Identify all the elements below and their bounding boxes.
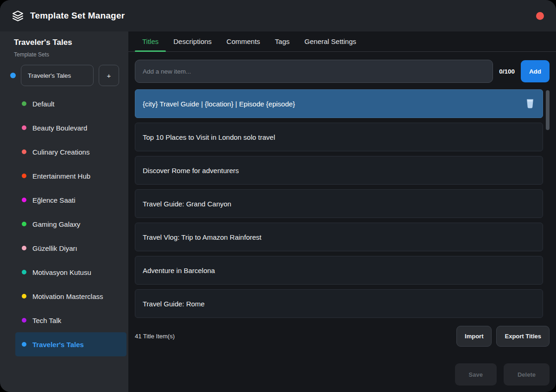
set-name-row: + <box>10 65 119 86</box>
title-item-text: Adventure in Barcelona <box>143 267 215 274</box>
sidebar: Traveler's Tales Template Sets + Default… <box>0 31 128 392</box>
sidebar-section-label: Template Sets <box>14 51 128 58</box>
set-color-dot <box>22 198 26 202</box>
list-footer: 41 Title Item(s) Import Export Titles <box>135 326 550 347</box>
add-item-row: 0/100 Add <box>135 60 550 83</box>
tab[interactable]: General Settings <box>297 31 364 51</box>
tab[interactable]: Descriptions <box>166 31 219 51</box>
app-header: Template Set Manager <box>0 0 556 31</box>
tab-label: General Settings <box>304 37 356 45</box>
char-counter: 0/100 <box>499 68 515 75</box>
set-color-dot <box>22 125 26 130</box>
layers-icon <box>12 10 24 22</box>
main-panel: Titles Descriptions Comments Tags <box>128 31 556 392</box>
title-item-text: Travel Guide: Rome <box>143 300 205 308</box>
set-item-label: Tech Talk <box>32 317 61 324</box>
template-set-list: Default Beauty Boulevard Culinary Creati… <box>0 92 128 356</box>
title-item-text: Travel Vlog: Trip to Amazon Rainforest <box>143 233 261 241</box>
title-item[interactable]: Adventure in Barcelona <box>135 256 543 285</box>
record-status-dot[interactable] <box>536 12 544 20</box>
title-item-text: Travel Guide: Grand Canyon <box>143 200 231 208</box>
tab-label: Descriptions <box>173 37 212 45</box>
set-item-label: Güzellik Diyarı <box>32 244 77 252</box>
title-item-text: Discover Rome for adventurers <box>143 167 239 174</box>
add-set-button[interactable]: + <box>99 65 119 86</box>
set-color-dot <box>22 318 26 323</box>
tab-label: Titles <box>142 37 158 45</box>
active-set-dot <box>10 73 16 78</box>
sidebar-set-item[interactable]: Culinary Creations <box>15 140 126 164</box>
delete-button[interactable]: Delete <box>504 363 550 386</box>
set-item-label: Culinary Creations <box>32 148 89 156</box>
sidebar-set-item[interactable]: Eğlence Saati <box>15 188 126 212</box>
set-color-dot <box>22 294 26 299</box>
scrollbar-thumb[interactable] <box>546 90 550 130</box>
tab-label: Comments <box>227 37 260 45</box>
sidebar-set-item[interactable]: Motivasyon Kutusu <box>15 260 126 284</box>
set-color-dot <box>22 174 26 178</box>
set-item-label: Eğlence Saati <box>32 196 76 204</box>
set-item-label: Gaming Galaxy <box>32 220 80 228</box>
title-item[interactable]: Top 10 Places to Visit in London solo tr… <box>135 123 543 151</box>
export-titles-button[interactable]: Export Titles <box>496 326 550 347</box>
app-title: Template Set Manager <box>30 11 125 21</box>
trash-icon[interactable] <box>525 98 535 109</box>
set-name-input[interactable] <box>21 65 94 86</box>
tab[interactable]: Titles <box>135 31 166 51</box>
sidebar-set-item[interactable]: Traveler's Tales <box>15 332 126 356</box>
add-item-button[interactable]: Add <box>521 60 550 82</box>
tab[interactable]: Comments <box>219 31 268 51</box>
tab[interactable]: Tags <box>267 31 297 51</box>
item-count-label: 41 Title Item(s) <box>135 333 175 340</box>
title-item[interactable]: Travel Guide: Rome <box>135 289 543 318</box>
set-item-label: Beauty Boulevard <box>32 124 87 132</box>
set-item-label: Motivasyon Kutusu <box>32 268 91 276</box>
title-item[interactable]: Travel Vlog: Trip to Amazon Rainforest <box>135 223 543 251</box>
sidebar-set-item[interactable]: Gaming Galaxy <box>15 212 126 236</box>
title-item[interactable]: Discover Rome for adventurers <box>135 156 543 185</box>
app-window: Template Set Manager Traveler's Tales Te… <box>0 0 556 392</box>
tab-bar: Titles Descriptions Comments Tags <box>128 31 556 52</box>
import-button[interactable]: Import <box>456 326 492 347</box>
set-color-dot <box>22 149 26 154</box>
title-item-text: Top 10 Places to Visit in London solo tr… <box>143 133 275 141</box>
set-item-label: Entertainment Hub <box>32 172 90 180</box>
sidebar-set-item[interactable]: Beauty Boulevard <box>15 116 126 140</box>
set-color-dot <box>22 246 26 250</box>
title-item[interactable]: {city} Travel Guide | {location} | Episo… <box>135 89 543 118</box>
set-item-label: Motivation Masterclass <box>32 292 103 300</box>
set-color-dot <box>22 222 26 226</box>
sidebar-set-item[interactable]: Motivation Masterclass <box>15 284 126 308</box>
set-color-dot <box>22 270 26 274</box>
footer-buttons: Import Export Titles <box>456 326 550 347</box>
titles-list: {city} Travel Guide | {location} | Episo… <box>135 89 550 323</box>
set-color-dot <box>22 101 26 106</box>
sidebar-set-item[interactable]: Güzellik Diyarı <box>15 236 126 260</box>
set-actions: Save Delete <box>135 363 550 386</box>
set-color-dot <box>22 342 26 347</box>
sidebar-set-item[interactable]: Tech Talk <box>15 308 126 332</box>
save-button[interactable]: Save <box>455 363 497 386</box>
tab-label: Tags <box>275 37 290 45</box>
set-item-label: Traveler's Tales <box>32 341 84 348</box>
sidebar-heading: Traveler's Tales <box>14 38 128 47</box>
sidebar-set-item[interactable]: Default <box>15 92 126 116</box>
title-item-text: {city} Travel Guide | {location} | Episo… <box>143 100 295 108</box>
app-body: Traveler's Tales Template Sets + Default… <box>0 31 556 392</box>
title-item[interactable]: Travel Guide: Grand Canyon <box>135 189 543 218</box>
set-item-label: Default <box>32 100 55 108</box>
new-item-input[interactable] <box>135 60 493 83</box>
sidebar-set-item[interactable]: Entertainment Hub <box>15 164 126 188</box>
